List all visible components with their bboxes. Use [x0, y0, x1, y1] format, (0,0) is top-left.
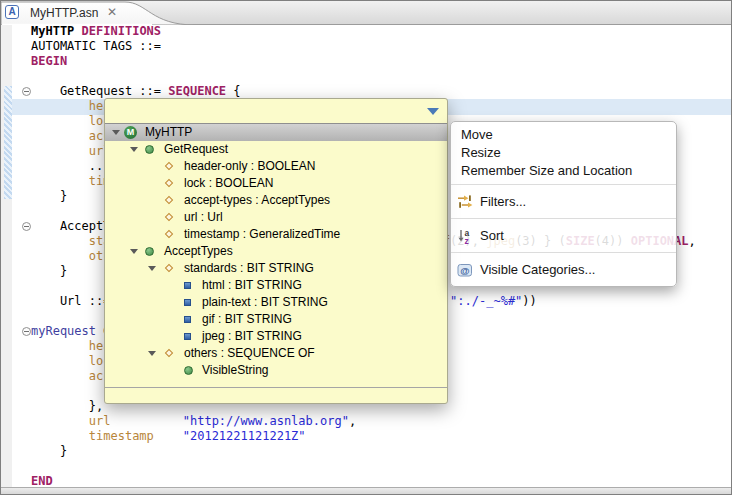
outline-node[interactable]: others : SEQUENCE OF — [105, 345, 447, 362]
sort-icon: az — [457, 227, 473, 243]
code-line[interactable]: } — [31, 189, 67, 204]
outline-node[interactable]: url : Url — [105, 209, 447, 226]
outline-node[interactable]: timestamp : GeneralizedTime — [105, 226, 447, 243]
code-line[interactable]: } — [31, 264, 67, 279]
menu-separator — [451, 184, 676, 185]
popup-bottom-separator — [105, 387, 447, 388]
expand-caret-icon[interactable] — [130, 249, 138, 254]
outline-node-label: html : BIT STRING — [202, 277, 302, 294]
expand-caret-icon[interactable] — [130, 147, 138, 152]
outline-node-label: lock : BOOLEAN — [184, 175, 273, 192]
type-icon — [184, 366, 193, 375]
fold-collapse-icon[interactable] — [22, 87, 31, 96]
popup-menu-dropdown-icon[interactable] — [427, 108, 439, 115]
expand-caret-icon[interactable] — [148, 351, 156, 356]
filters-icon — [457, 193, 473, 209]
outline-node[interactable]: html : BIT STRING — [105, 277, 447, 294]
menu-item-label: Visible Categories... — [480, 262, 595, 277]
field-icon — [165, 196, 173, 204]
menu-item-visible-categories[interactable]: @Visible Categories... — [451, 257, 676, 282]
editor-tab-bar: A MyHTTP.asn ✕ — [1, 1, 731, 25]
outline-node-label: url : Url — [184, 209, 223, 226]
outline-node-label: jpeg : BIT STRING — [202, 328, 302, 345]
bit-icon — [184, 299, 191, 306]
code-line[interactable]: } — [31, 444, 67, 459]
field-icon — [165, 213, 173, 221]
code-line[interactable]: END — [31, 474, 53, 487]
quick-outline-popup: MMyHTTPGetRequestheader-only : BOOLEANlo… — [104, 98, 448, 404]
outline-node[interactable]: jpeg : BIT STRING — [105, 328, 447, 345]
bit-icon — [184, 282, 191, 289]
outline-node-label: VisibleString — [202, 362, 268, 379]
outline-node-label: gif : BIT STRING — [202, 311, 292, 328]
menu-separator — [451, 252, 676, 253]
field-icon — [165, 349, 173, 357]
categories-icon: @ — [457, 261, 473, 277]
code-line[interactable]: MyHTTP DEFINITIONS — [31, 25, 161, 39]
bit-icon — [184, 333, 191, 340]
fold-collapse-icon[interactable] — [22, 327, 31, 336]
outline-node[interactable]: AcceptTypes — [105, 243, 447, 260]
expand-caret-icon[interactable] — [112, 130, 120, 135]
outline-node[interactable]: lock : BOOLEAN — [105, 175, 447, 192]
menu-item-filters[interactable]: Filters... — [451, 189, 676, 214]
outline-node[interactable]: accept-types : AcceptTypes — [105, 192, 447, 209]
asn-file-icon: A — [5, 5, 19, 19]
svg-text:@: @ — [460, 265, 469, 276]
fold-column — [1, 25, 33, 487]
outline-node[interactable]: gif : BIT STRING — [105, 311, 447, 328]
code-line[interactable]: url "http://www.asnlab.org", — [31, 414, 356, 429]
code-line[interactable]: BEGIN — [31, 54, 67, 69]
editor-window: A MyHTTP.asn ✕ MyHTTP DEFINITIONSAUTOMAT… — [0, 0, 732, 495]
code-line[interactable]: GetRequest ::= SEQUENCE { — [31, 84, 241, 99]
code-line[interactable]: AUTOMATIC TAGS ::= — [31, 39, 161, 54]
menu-item-label: Move — [461, 127, 493, 142]
tab-title[interactable]: MyHTTP.asn — [30, 6, 98, 20]
type-icon — [145, 247, 154, 256]
menu-item-label: Remember Size and Location — [461, 163, 632, 178]
outline-tree: MMyHTTPGetRequestheader-only : BOOLEANlo… — [105, 124, 447, 379]
field-icon — [165, 230, 173, 238]
bit-icon — [184, 316, 191, 323]
menu-item-label: Resize — [461, 145, 501, 160]
field-icon — [165, 162, 173, 170]
code-line[interactable]: }, — [31, 399, 103, 414]
outline-node[interactable]: plain-text : BIT STRING — [105, 294, 447, 311]
fold-collapse-icon[interactable] — [22, 222, 31, 231]
outline-node-label: GetRequest — [164, 141, 228, 158]
outline-node[interactable]: VisibleString — [105, 362, 447, 379]
outline-node-label: MyHTTP — [145, 124, 192, 141]
context-menu: MoveResizeRemember Size and LocationFilt… — [450, 121, 677, 287]
svg-text:z: z — [465, 236, 469, 245]
field-icon — [165, 264, 173, 272]
menu-item-resize[interactable]: Resize — [451, 144, 676, 162]
outline-node-label: header-only : BOOLEAN — [184, 158, 315, 175]
outline-node[interactable]: header-only : BOOLEAN — [105, 158, 447, 175]
outline-node-label: accept-types : AcceptTypes — [184, 192, 330, 209]
tab-close-icon[interactable]: ✕ — [107, 5, 117, 19]
outline-node-label: plain-text : BIT STRING — [202, 294, 328, 311]
outline-node-label: AcceptTypes — [164, 243, 233, 260]
outline-node[interactable]: GetRequest — [105, 141, 447, 158]
outline-node[interactable]: MMyHTTP — [105, 124, 447, 141]
outline-filter-input[interactable] — [105, 99, 447, 123]
menu-item-sort[interactable]: azSort — [451, 223, 676, 248]
outline-node[interactable]: standards : BIT STRING — [105, 260, 447, 277]
expand-caret-icon[interactable] — [148, 266, 156, 271]
type-icon — [145, 145, 154, 154]
menu-item-move[interactable]: Move — [451, 126, 676, 144]
outline-node-label: standards : BIT STRING — [184, 260, 314, 277]
menu-item-label: Sort — [480, 228, 504, 243]
code-line[interactable]: timestamp "20121221121221Z" — [31, 429, 306, 444]
field-icon — [165, 179, 173, 187]
outline-node-label: others : SEQUENCE OF — [184, 345, 315, 362]
module-icon: M — [124, 126, 137, 139]
status-bar — [1, 487, 731, 494]
outline-node-label: timestamp : GeneralizedTime — [184, 226, 340, 243]
menu-item-label: Filters... — [480, 194, 526, 209]
menu-separator — [451, 218, 676, 219]
menu-item-remember-size-and-location[interactable]: Remember Size and Location — [451, 162, 676, 180]
